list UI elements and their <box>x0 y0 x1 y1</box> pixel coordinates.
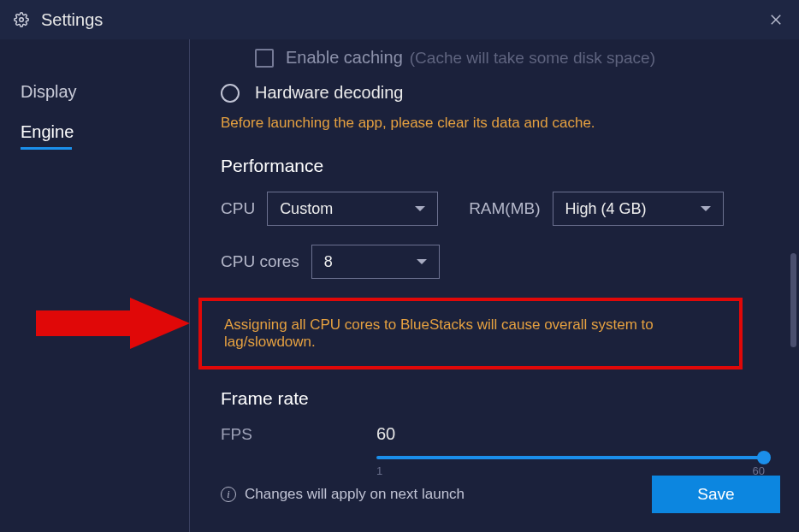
hardware-decoding-label: Hardware decoding <box>255 83 403 103</box>
content-pane: Enable caching (Cache will take some dis… <box>190 39 799 532</box>
active-indicator <box>21 147 72 150</box>
sidebar-item-engine[interactable]: Engine <box>0 114 189 162</box>
slider-track <box>376 456 765 459</box>
sidebar: Display Engine <box>0 39 190 532</box>
info-icon: i <box>221 487 236 502</box>
chevron-down-icon <box>415 206 425 211</box>
sidebar-item-label: Display <box>21 82 77 101</box>
chevron-down-icon <box>417 259 427 264</box>
cpu-cores-select[interactable]: 8 <box>311 245 440 279</box>
cpu-cores-value: 8 <box>324 253 333 271</box>
frame-rate-section: Frame rate FPS 60 1 60 <box>221 388 768 477</box>
enable-caching-checkbox[interactable] <box>255 49 274 68</box>
ram-select-value: High (4 GB) <box>565 200 647 218</box>
save-button[interactable]: Save <box>652 476 780 513</box>
titlebar: Settings <box>0 0 799 39</box>
sidebar-item-label: Engine <box>21 122 74 141</box>
close-button[interactable] <box>763 7 789 33</box>
cpu-cores-row: CPU cores 8 <box>221 245 768 279</box>
cpu-cores-label: CPU cores <box>221 252 299 271</box>
enable-caching-row: Enable caching (Cache will take some dis… <box>221 48 768 68</box>
frame-rate-heading: Frame rate <box>221 388 768 409</box>
cpu-select[interactable]: Custom <box>267 192 438 226</box>
slider-thumb[interactable] <box>757 451 771 464</box>
enable-caching-hint: (Cache will take some disk space) <box>410 49 655 68</box>
core-warning-highlight: Assigning all CPU cores to BlueStacks wi… <box>198 298 743 369</box>
svg-point-0 <box>20 18 24 22</box>
enable-caching-label: Enable caching <box>286 48 403 68</box>
save-button-label: Save <box>697 485 734 504</box>
fps-slider[interactable]: 1 60 <box>376 456 765 477</box>
scrollbar[interactable] <box>790 253 796 347</box>
cpu-label: CPU <box>221 199 255 218</box>
hardware-decoding-row: Hardware decoding <box>221 83 768 103</box>
ram-select[interactable]: High (4 GB) <box>553 192 724 226</box>
core-warning-text: Assigning all CPU cores to BlueStacks wi… <box>207 316 734 351</box>
footer: i Changes will apply on next launch Save <box>221 476 780 513</box>
apply-note: i Changes will apply on next launch <box>221 486 465 503</box>
svg-marker-3 <box>36 298 190 349</box>
cpu-ram-row: CPU Custom RAM(MB) High (4 GB) <box>221 192 768 226</box>
cpu-select-value: Custom <box>280 200 333 218</box>
annotation-arrow-icon <box>36 298 190 349</box>
settings-icon <box>14 12 29 27</box>
hardware-decoding-radio[interactable] <box>221 84 240 103</box>
fps-label: FPS <box>221 425 376 444</box>
cache-clear-warning: Before launching the app, please clear i… <box>221 115 768 132</box>
ram-label: RAM(MB) <box>469 199 540 218</box>
chevron-down-icon <box>701 206 711 211</box>
fps-value: 60 <box>376 424 395 444</box>
performance-heading: Performance <box>221 156 768 176</box>
window-title: Settings <box>41 10 103 30</box>
apply-note-text: Changes will apply on next launch <box>245 486 465 503</box>
sidebar-item-display[interactable]: Display <box>0 74 189 114</box>
